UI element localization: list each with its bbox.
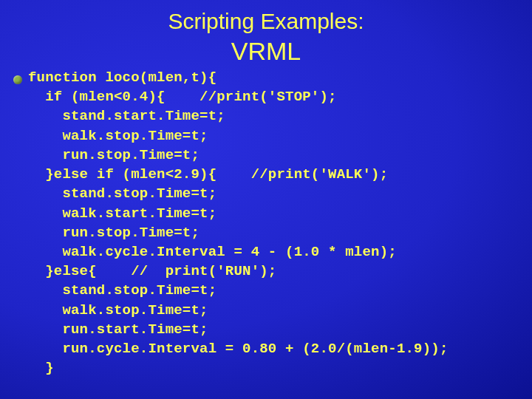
code-block: function loco(mlen,t){ if (mlen<0.4){ //… — [28, 68, 449, 378]
slide: Scripting Examples: VRML function loco(m… — [0, 0, 532, 399]
bullet-icon — [13, 75, 22, 84]
slide-title: Scripting Examples: — [0, 0, 532, 34]
slide-subtitle: VRML — [0, 37, 532, 66]
